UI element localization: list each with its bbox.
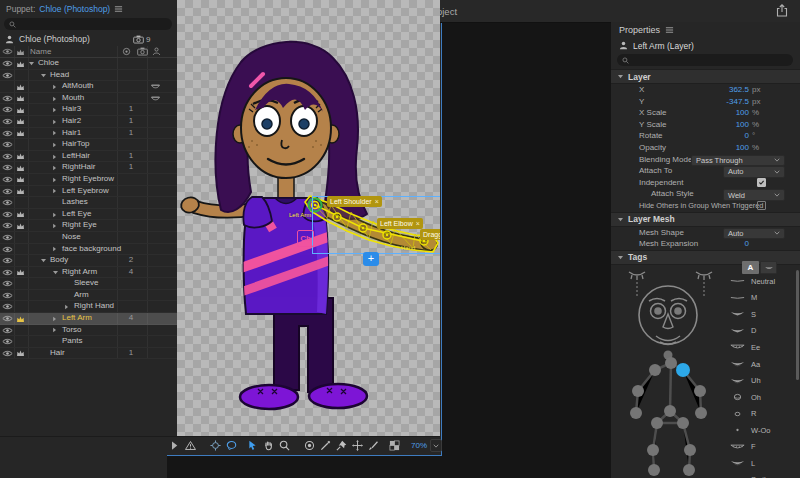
layer-row-hair[interactable]: Hair1 (0, 348, 177, 360)
visibility-toggle-icon[interactable] (2, 292, 13, 299)
panel-menu-icon[interactable] (665, 26, 674, 34)
layer-row-head[interactable]: Head (0, 70, 177, 82)
visibility-toggle-icon[interactable] (2, 234, 13, 241)
layer-row-chloe[interactable]: Chloe (0, 58, 177, 70)
warp-independence-icon[interactable] (16, 83, 25, 91)
transparency-grid-toggle-icon[interactable] (389, 440, 400, 451)
puppet-root-row[interactable]: Chloe (Photoshop) 9 (5, 33, 177, 45)
layer-row-left-arm[interactable]: Left Arm4 (0, 313, 177, 325)
layer-row-lefthair[interactable]: LeftHair1 (0, 151, 177, 163)
layer-row-sleeve[interactable]: Sleeve (0, 278, 177, 290)
layer-row-hair1[interactable]: Hair11 (0, 128, 177, 140)
section-header-layer[interactable]: Layer (611, 69, 800, 84)
layer-row-mouth[interactable]: Mouth (0, 93, 177, 105)
property-value[interactable]: 100 (736, 107, 749, 119)
rig-viewport[interactable]: Ch Left Shoulder × Left Elbow × Draggabl… (177, 0, 440, 436)
visibility-toggle-icon[interactable] (2, 176, 13, 183)
layer-row-hairtop[interactable]: HairTop (0, 139, 177, 151)
mouth-tag-f[interactable]: F (729, 438, 791, 455)
warning-icon[interactable] (185, 440, 196, 451)
collapse-arrow[interactable] (52, 270, 59, 275)
warp-independence-icon[interactable] (16, 175, 25, 183)
remove-handle-icon[interactable]: × (416, 219, 420, 228)
expand-arrow[interactable] (52, 96, 57, 102)
warp-independence-icon[interactable] (16, 106, 25, 114)
checkbox-hide-others-in-group-when-triggered[interactable] (757, 201, 766, 210)
expand-arrow[interactable] (52, 327, 57, 333)
properties-scrollbar[interactable] (796, 270, 799, 380)
layer-row-torso[interactable]: Torso (0, 325, 177, 337)
mouth-tag-ee[interactable]: Ee (729, 339, 791, 356)
handle-tag-draggable[interactable]: Draggable (420, 229, 440, 240)
warp-independence-icon[interactable] (16, 187, 25, 195)
layer-row-left-eye[interactable]: Left Eye (0, 209, 177, 221)
property-value[interactable]: 100 (736, 142, 749, 154)
expand-arrow[interactable] (52, 130, 57, 136)
warp-independence-icon[interactable] (16, 349, 25, 357)
visibility-toggle-icon[interactable] (2, 118, 13, 125)
visibility-toggle-icon[interactable] (2, 188, 13, 195)
visibility-toggle-icon[interactable] (2, 280, 13, 287)
layer-row-right-arm[interactable]: Right Arm4 (0, 267, 177, 279)
layer-row-lashes[interactable]: Lashes (0, 197, 177, 209)
warp-independence-icon[interactable] (16, 268, 25, 276)
hand-tool-icon[interactable] (263, 440, 274, 451)
left-shoulder-tag-node[interactable] (676, 363, 690, 377)
mouth-tag-uh[interactable]: Uh (729, 372, 791, 389)
panel-menu-icon[interactable] (114, 5, 123, 13)
collapse-arrow[interactable] (28, 61, 35, 66)
property-value[interactable]: 362.5 (729, 84, 749, 96)
draggable-brush-tool-icon[interactable] (368, 440, 379, 451)
visibility-toggle-icon[interactable] (2, 199, 13, 206)
mouth-tag-w-oo[interactable]: W-Oo (729, 422, 791, 439)
warp-independence-icon[interactable] (16, 210, 25, 218)
property-value[interactable]: 100 (736, 119, 749, 131)
record-handle-tool-icon[interactable] (304, 440, 315, 451)
warp-independence-icon[interactable] (16, 117, 25, 125)
layer-row-righthair[interactable]: RightHair1 (0, 162, 177, 174)
visibility-toggle-icon[interactable] (2, 269, 13, 276)
property-value[interactable]: 0 (745, 238, 749, 250)
dragger-tool-icon[interactable] (352, 440, 363, 451)
visibility-toggle-icon[interactable] (2, 327, 13, 334)
expand-arrow[interactable] (52, 246, 57, 252)
layer-row-right-hand[interactable]: Right Hand (0, 301, 177, 313)
visibility-toggle-icon[interactable] (2, 153, 13, 160)
visibility-toggle-icon[interactable] (2, 315, 13, 322)
section-header-layer-mesh[interactable]: Layer Mesh (611, 212, 800, 227)
add-handle-button[interactable]: + (363, 252, 379, 266)
expand-arrow[interactable] (52, 84, 57, 90)
pin-tool-icon[interactable] (336, 440, 347, 451)
expand-arrow[interactable] (52, 316, 57, 322)
collapse-arrow[interactable] (40, 73, 47, 78)
lasso-tool-icon[interactable] (226, 440, 237, 451)
expand-arrow[interactable] (52, 154, 57, 160)
mouth-tag-r[interactable]: R (729, 405, 791, 422)
visibility-toggle-icon[interactable] (2, 141, 13, 148)
warp-independence-icon[interactable] (16, 94, 25, 102)
visibility-toggle-icon[interactable] (2, 338, 13, 345)
property-value[interactable]: -347.5 (726, 96, 749, 108)
remove-handle-icon[interactable]: × (375, 197, 379, 206)
mouth-tag-m[interactable]: M (729, 290, 791, 307)
warp-independence-icon[interactable] (16, 129, 25, 137)
layer-row-altmouth[interactable]: AltMouth (0, 81, 177, 93)
expand-toolbar-icon[interactable] (169, 440, 180, 451)
warp-independence-icon[interactable] (16, 152, 25, 160)
checkbox-independent[interactable] (757, 178, 766, 187)
layer-row-right-eye[interactable]: Right Eye (0, 220, 177, 232)
stick-tool-icon[interactable] (320, 440, 331, 451)
warp-independence-icon[interactable] (16, 315, 25, 323)
mouth-tag-s[interactable]: S (729, 306, 791, 323)
body-tag-diagram[interactable] (615, 266, 727, 478)
warp-independence-icon[interactable] (16, 164, 25, 172)
visibility-toggle-icon[interactable] (2, 246, 13, 253)
expand-arrow[interactable] (52, 188, 57, 194)
visibility-toggle-icon[interactable] (2, 60, 13, 67)
mouth-tag-smile[interactable]: Smile (729, 472, 791, 478)
share-icon[interactable] (776, 4, 788, 17)
layer-row-right-eyebrow[interactable]: Right Eyebrow (0, 174, 177, 186)
handle-tool-icon[interactable] (210, 440, 221, 451)
handle-tag-left-elbow[interactable]: Left Elbow × (377, 218, 423, 229)
properties-search-input[interactable] (632, 56, 788, 65)
